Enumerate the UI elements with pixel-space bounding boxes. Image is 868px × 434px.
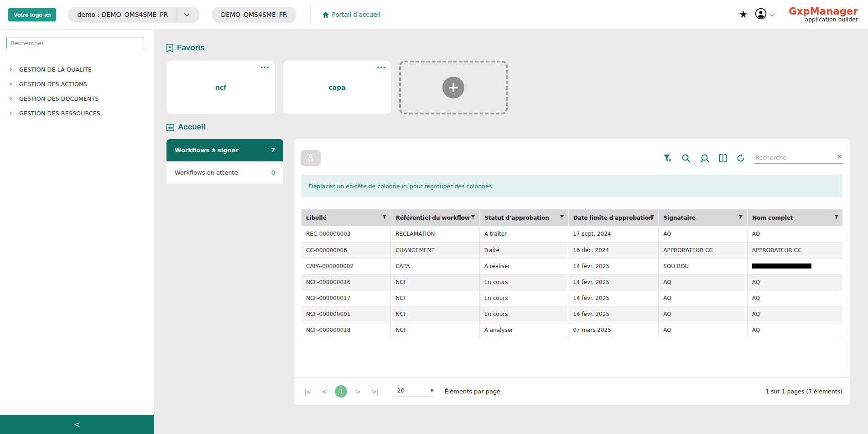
topbar: Votre logo ici demo : DEMO_QMS4SME_PR DE…: [0, 0, 868, 30]
home-title: Accueil: [178, 123, 205, 132]
grid-search-input[interactable]: [754, 153, 843, 164]
filter-funnel-icon[interactable]: [471, 214, 475, 221]
table-row[interactable]: CAPA-000000002CAPA A réaliser14 févr. 20…: [301, 258, 842, 274]
tab-workflows-a-signer[interactable]: Workflows à signer 7: [166, 139, 283, 161]
table-row[interactable]: NCF-000000017NCF En cours14 févr. 2025 A…: [301, 290, 842, 306]
sidebar-menu: › GESTION DE LA QUALITE › GESTION DES AC…: [0, 62, 154, 120]
sidebar: › GESTION DE LA QUALITE › GESTION DES AC…: [0, 30, 154, 434]
tab-label: Workflows en attente: [175, 169, 238, 176]
home-icon: [322, 12, 329, 18]
filter-funnel-icon[interactable]: [382, 214, 387, 221]
plus-icon: +: [442, 77, 464, 98]
assign-user-button[interactable]: [301, 150, 321, 166]
filter-funnel-icon[interactable]: [650, 214, 655, 221]
card-menu-icon[interactable]: ...: [260, 62, 270, 70]
page-size-select[interactable]: 20 ▼: [394, 386, 434, 397]
column-header-signataire[interactable]: Signataire: [659, 209, 748, 226]
topbar-right: ★ GxpManager application builder: [739, 6, 858, 22]
prev-page-button[interactable]: <: [319, 388, 329, 395]
bookmark-star-icon: [166, 44, 173, 52]
favorite-card-label: capa: [283, 84, 391, 91]
home-section-header: Accueil: [166, 123, 205, 132]
sidebar-item-gestion-documents[interactable]: › GESTION DES DOCUMENTS: [0, 91, 154, 106]
sidebar-item-label: GESTION DES DOCUMENTS: [19, 95, 99, 102]
column-header-statut[interactable]: Statut d'approbation: [479, 209, 568, 226]
workflows-grid-panel: × Déplacez un en-tête de colonne ici pou…: [294, 139, 850, 405]
column-header-libelle[interactable]: Libellé: [301, 209, 391, 226]
environment-tab-label: DEMO_QMS4SME_FR: [221, 11, 287, 18]
group-by-band[interactable]: Déplacez un en-tête de colonne ici pour …: [301, 175, 842, 197]
sidebar-item-gestion-qualite[interactable]: › GESTION DE LA QUALITE: [0, 62, 154, 77]
tab-workflows-en-attente[interactable]: Workflows en attente 0: [166, 161, 283, 184]
refresh-icon[interactable]: [736, 154, 745, 163]
chevron-right-icon: ›: [6, 94, 16, 103]
workflow-tabs: Workflows à signer 7 Workflows en attent…: [166, 139, 283, 184]
column-header-date-limite[interactable]: Date limite d'approbation: [568, 209, 659, 226]
items-per-page-label: Éléments par page: [444, 388, 500, 395]
portal-home-link[interactable]: Portail d'accueil: [322, 11, 381, 18]
pager-summary: 1 sur 1 pages (7 éléments): [765, 388, 842, 395]
user-workflow-icon: [306, 154, 315, 163]
sidebar-search-input[interactable]: [6, 37, 144, 49]
environment-selector-label: demo : DEMO_QMS4SME_PR: [77, 11, 168, 18]
grid-footer: |< < 1 > >| 20 ▼ Éléments par page 1 sur…: [294, 377, 850, 405]
column-header-referentiel[interactable]: Référentiel du workflow: [391, 209, 480, 226]
logo-button[interactable]: Votre logo ici: [8, 8, 56, 21]
chevron-right-icon: ›: [6, 65, 16, 73]
chevron-down-icon: [769, 10, 775, 19]
table-header-row: Libellé Référentiel du workflow Statut d…: [301, 209, 842, 226]
clear-filter-icon[interactable]: [663, 154, 672, 162]
sidebar-item-gestion-ressources[interactable]: › GESTION DES RESSOURCES: [0, 106, 154, 120]
tab-count-badge: 7: [271, 147, 275, 154]
favorite-card-label: ncf: [166, 84, 275, 91]
main-content: Favoris ... ncf ... capa + Accueil Wor: [154, 30, 868, 434]
favorite-card-capa[interactable]: ... capa: [283, 61, 391, 114]
portal-home-label: Portail d'accueil: [332, 11, 381, 18]
table-row[interactable]: REC-000000003RECLAMATION A traiter17 sep…: [301, 226, 842, 242]
tab-label: Workflows à signer: [175, 147, 239, 154]
sidebar-item-label: GESTION DE LA QUALITE: [19, 66, 92, 73]
add-favorite-button[interactable]: +: [399, 61, 508, 114]
environment-selector[interactable]: demo : DEMO_QMS4SME_PR: [68, 7, 200, 23]
grid-search: ×: [754, 153, 843, 164]
card-menu-icon[interactable]: ...: [377, 62, 386, 70]
favorites-section-header: Favoris: [166, 43, 204, 52]
search-panel-icon[interactable]: [681, 154, 691, 163]
current-page-button[interactable]: 1: [335, 385, 347, 398]
environment-tab[interactable]: DEMO_QMS4SME_FR: [212, 7, 296, 23]
topbar-divider: [310, 5, 311, 24]
chevron-right-icon: ›: [6, 109, 16, 117]
chevron-down-icon[interactable]: [177, 11, 191, 18]
sidebar-collapse-button[interactable]: <: [0, 415, 154, 434]
table-row[interactable]: NCF-000000001NCF En cours14 févr. 2025 A…: [301, 306, 842, 322]
caret-down-icon: ▼: [430, 388, 433, 393]
favorites-star-icon[interactable]: ★: [739, 10, 748, 20]
workflows-table: Libellé Référentiel du workflow Statut d…: [301, 209, 842, 338]
column-chooser-icon[interactable]: [719, 154, 727, 163]
clear-search-x-icon[interactable]: ×: [837, 153, 842, 160]
filter-funnel-icon[interactable]: [834, 214, 839, 221]
filter-funnel-icon[interactable]: [560, 214, 564, 221]
table-row[interactable]: NCF-000000016NCF En cours14 févr. 2025 A…: [301, 274, 842, 290]
sidebar-item-label: GESTION DES RESSOURCES: [19, 110, 100, 117]
grid-toolbar: ×: [294, 139, 850, 168]
user-menu[interactable]: [755, 8, 775, 21]
filter-funnel-icon[interactable]: [738, 214, 743, 221]
first-page-button[interactable]: |<: [301, 388, 313, 395]
last-page-button[interactable]: >|: [369, 388, 380, 395]
table-row[interactable]: NCF-000000018NCF A analyser07 mars 2025 …: [301, 322, 842, 338]
column-header-nom-complet[interactable]: Nom complet: [747, 209, 842, 226]
sidebar-item-label: GESTION DES ACTIONS: [19, 81, 87, 88]
chevron-left-icon: <: [73, 420, 80, 429]
table-row[interactable]: CC-000000006CHANGEMENT Traité16 déc. 202…: [301, 242, 842, 258]
user-avatar-icon: [755, 8, 767, 21]
tab-count-badge: 0: [271, 169, 275, 176]
brand-logo: GxpManager application builder: [789, 6, 858, 22]
group-by-hint: Déplacez un en-tête de colonne ici pour …: [309, 183, 492, 190]
next-page-button[interactable]: >: [353, 388, 363, 395]
favorite-card-ncf[interactable]: ... ncf: [166, 61, 275, 114]
redacted-value: [752, 264, 811, 269]
clear-search-icon[interactable]: [700, 154, 710, 163]
sidebar-item-gestion-actions[interactable]: › GESTION DES ACTIONS: [0, 77, 154, 91]
grid-toolbar-icons: ×: [663, 153, 843, 164]
